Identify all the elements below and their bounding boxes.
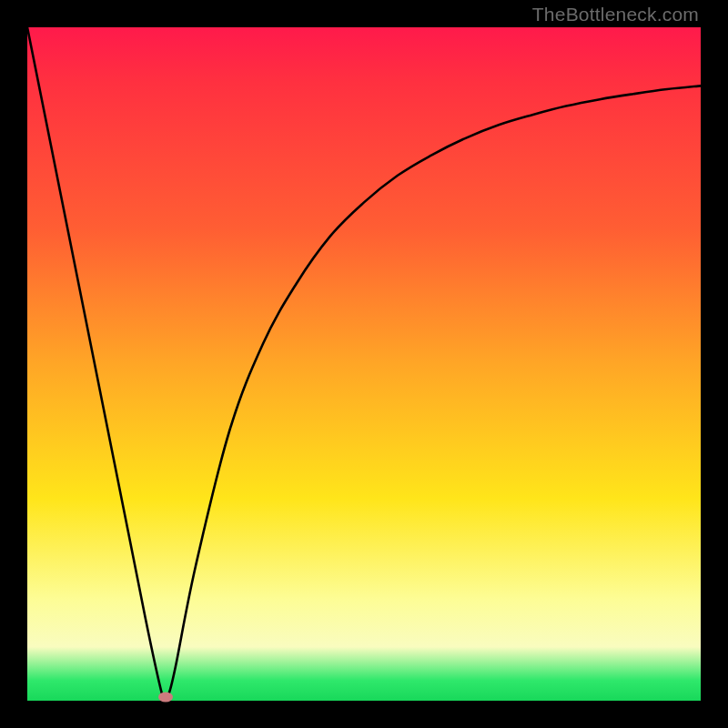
minimum-marker: [158, 693, 173, 703]
watermark-text: TheBottleneck.com: [532, 4, 699, 25]
bottleneck-curve: [27, 27, 701, 701]
chart-frame: TheBottleneck.com: [0, 0, 728, 728]
plot-area: [27, 27, 701, 701]
